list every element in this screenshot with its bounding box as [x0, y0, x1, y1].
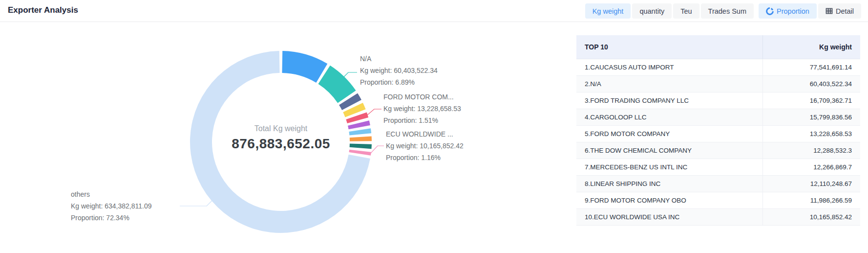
callout-kg-weight: Kg weight: 60,403,522.34: [360, 65, 438, 76]
table-row: 1.CAUCASUS AUTO IMPORT77,541,691.14: [576, 59, 860, 75]
total-value: 876,883,652.05: [203, 135, 359, 153]
callout-title: others: [71, 188, 152, 200]
callout-proportion: Proportion: 1.51%: [383, 115, 461, 126]
pie-segment-caucasus-auto-import[interactable]: [282, 51, 327, 83]
pie-callout-others: others Kg weight: 634,382,811.09 Proport…: [71, 188, 152, 224]
exporter-name-cell: 2.N/A: [576, 75, 762, 92]
tab-detail[interactable]: Detail: [818, 3, 861, 19]
top10-table: TOP 10 Kg weight 1.CAUCASUS AUTO IMPORT7…: [576, 35, 860, 226]
table-row: 6.THE DOW CHEMICAL COMPANY12,288,532.3: [576, 142, 860, 159]
callout-kg-weight: Kg weight: 634,382,811.09: [71, 200, 152, 212]
donut-center-label: Total Kg weight 876,883,652.05: [203, 123, 359, 153]
callout-title: ECU WORLDWIDE ...: [386, 128, 464, 140]
exporter-name-cell: 4.CARGOLOOP LLC: [576, 109, 762, 125]
callout-kg-weight: Kg weight: 10,165,852.42: [386, 140, 464, 152]
pie-callout-na: N/A Kg weight: 60,403,522.34 Proportion:…: [360, 53, 438, 88]
table-row: 8.LINEAR SHIPPING INC12,110,248.67: [576, 175, 860, 192]
tab-quantity[interactable]: quantity: [632, 3, 672, 19]
callout-leader-line: [180, 201, 212, 206]
kg-weight-cell: 10,165,852.42: [762, 208, 860, 225]
callout-proportion: Proportion: 6.89%: [360, 76, 438, 88]
tab-teu[interactable]: Teu: [673, 3, 699, 19]
table-row: 4.CARGOLOOP LLC15,799,836.56: [576, 109, 860, 125]
table-row: 10.ECU WORLDWIDE USA INC10,165,852.42: [576, 208, 860, 225]
exporter-name-cell: 6.THE DOW CHEMICAL COMPANY: [576, 142, 762, 159]
kg-weight-cell: 12,266,869.7: [762, 159, 860, 175]
view-tab-group: ProportionDetail: [759, 3, 861, 19]
column-header-kg-weight: Kg weight: [762, 35, 860, 59]
tab-label: Proportion: [777, 7, 809, 15]
kg-weight-cell: 12,110,248.67: [762, 175, 860, 192]
pie-callout-ecu-worldwide: ECU WORLDWIDE ... Kg weight: 10,165,852.…: [386, 128, 464, 163]
callout-kg-weight: Kg weight: 13,228,658.53: [383, 103, 461, 115]
table-row: 2.N/A60,403,522.34: [576, 75, 860, 92]
exporter-name-cell: 10.ECU WORLDWIDE USA INC: [576, 208, 762, 225]
kg-weight-cell: 77,541,691.14: [762, 59, 860, 75]
pie-chart-icon: [766, 7, 774, 15]
pie-segment-n-a[interactable]: [318, 66, 356, 103]
tab-kg-weight[interactable]: Kg weight: [585, 3, 631, 19]
exporter-name-cell: 8.LINEAR SHIPPING INC: [576, 175, 762, 192]
kg-weight-cell: 13,228,658.53: [762, 125, 860, 142]
kg-weight-cell: 15,799,836.56: [762, 109, 860, 125]
callout-leader-line: [344, 72, 357, 77]
tab-proportion[interactable]: Proportion: [759, 3, 817, 19]
table-row: 5.FORD MOTOR COMPANY13,228,658.53: [576, 125, 860, 142]
callout-proportion: Proportion: 72.34%: [71, 212, 152, 224]
page-title: Exporter Analysis: [8, 5, 78, 15]
table-row: 3.FORD TRADING COMPANY LLC16,709,362.71: [576, 92, 860, 109]
total-label: Total Kg weight: [203, 123, 359, 135]
kg-weight-cell: 12,288,532.3: [762, 142, 860, 159]
table-header-row: TOP 10 Kg weight: [576, 35, 860, 59]
exporter-name-cell: 1.CAUCASUS AUTO IMPORT: [576, 59, 762, 75]
callout-proportion: Proportion: 1.16%: [386, 152, 464, 163]
exporter-name-cell: 9.FORD MOTOR COMPANY OBO: [576, 192, 762, 208]
pie-callout-ford-motor: FORD MOTOR COM... Kg weight: 13,228,658.…: [383, 91, 461, 126]
exporter-name-cell: 3.FORD TRADING COMPANY LLC: [576, 92, 762, 109]
tab-label: Kg weight: [593, 7, 624, 15]
column-header-top10: TOP 10: [576, 35, 762, 59]
callout-leader-line: [370, 146, 384, 154]
kg-weight-cell: 11,986,266.59: [762, 192, 860, 208]
tab-label: Trades Sum: [708, 7, 746, 15]
callout-title: N/A: [360, 53, 438, 65]
tab-label: Teu: [680, 7, 692, 15]
tab-label: Detail: [836, 7, 854, 15]
tab-label: quantity: [639, 7, 664, 15]
header-tab-groups: Kg weightquantityTeuTrades Sum Proportio…: [585, 3, 861, 19]
tab-trades-sum[interactable]: Trades Sum: [701, 3, 754, 19]
kg-weight-cell: 16,709,362.71: [762, 92, 860, 109]
exporter-donut-chart: Total Kg weight 876,883,652.05 N/A Kg we…: [0, 23, 567, 253]
exporter-name-cell: 5.FORD MOTOR COMPANY: [576, 125, 762, 142]
header-bar: Exporter Analysis Kg weightquantityTeuTr…: [0, 0, 868, 22]
metric-tab-group: Kg weightquantityTeuTrades Sum: [585, 3, 754, 19]
table-row: 9.FORD MOTOR COMPANY OBO11,986,266.59: [576, 192, 860, 208]
exporter-name-cell: 7.MERCEDES-BENZ US INTL INC: [576, 159, 762, 175]
table-icon: [826, 7, 833, 15]
table-row: 7.MERCEDES-BENZ US INTL INC12,266,869.7: [576, 159, 860, 175]
callout-title: FORD MOTOR COM...: [383, 91, 461, 103]
kg-weight-cell: 60,403,522.34: [762, 75, 860, 92]
callout-leader-line: [367, 109, 381, 115]
